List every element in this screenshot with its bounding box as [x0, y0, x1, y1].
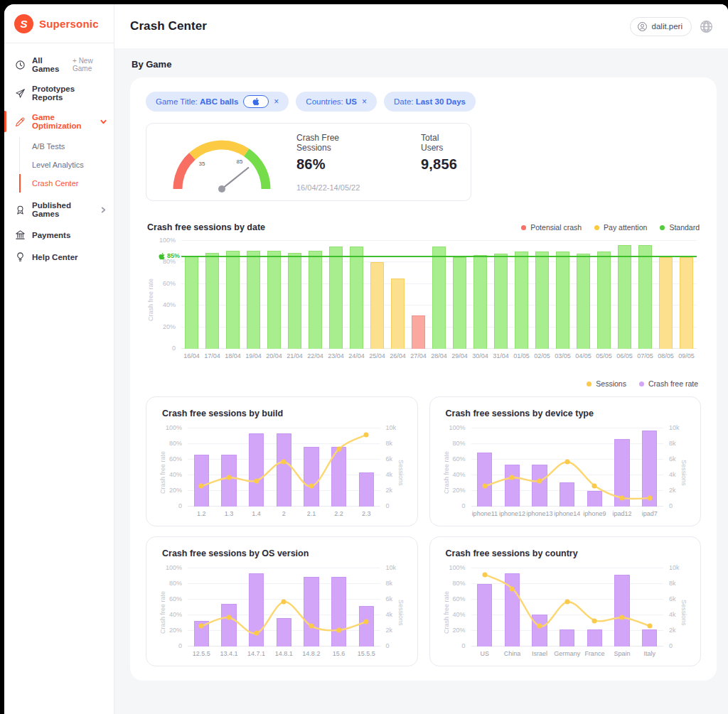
x-tick: ipad7	[636, 510, 663, 517]
sidebar-subitem-level-analytics[interactable]: Level Analytics	[19, 156, 114, 174]
y-tick: 60%	[452, 455, 465, 463]
x-tick: 04/05	[573, 352, 594, 359]
lightbulb-icon	[15, 251, 26, 262]
bar	[432, 247, 446, 349]
gauge-needle	[222, 168, 249, 190]
sessions-tick: 6k	[669, 455, 676, 463]
globe-icon	[699, 19, 714, 34]
user-name: dalit.peri	[652, 22, 682, 31]
y-tick: 0	[461, 642, 465, 649]
new-game-link[interactable]: + New Game	[73, 57, 107, 72]
sidebar-subitem-crash-center[interactable]: Crash Center	[19, 174, 114, 193]
legend-item: Sessions	[587, 379, 626, 388]
gauge-pivot	[218, 185, 225, 193]
bar	[329, 247, 343, 349]
sessions-tick: 2k	[669, 627, 676, 634]
pen-icon	[15, 117, 26, 127]
sessions-point	[226, 615, 231, 620]
x-tick: 06/05	[614, 352, 635, 359]
bar	[556, 251, 569, 349]
bar	[331, 447, 346, 507]
y-tick: 100%	[166, 424, 182, 431]
x-tick: 31/04	[491, 352, 511, 359]
sessions-point	[592, 484, 597, 489]
bar	[359, 472, 374, 507]
x-tick: Spain	[609, 650, 636, 657]
x-tick: 18/04	[223, 352, 243, 359]
x-tick: 03/05	[552, 352, 573, 359]
total-users-label: Total Users	[421, 133, 458, 153]
user-menu[interactable]: dalit.peri	[630, 17, 692, 36]
gauge-red-arc	[177, 156, 192, 189]
filter-chip-countries[interactable]: Countries: US ×	[296, 92, 377, 112]
sessions-point	[364, 432, 369, 437]
threshold-line	[181, 256, 697, 257]
bar	[532, 465, 547, 507]
by-device-card: Crash free sessions by device type Crash…	[429, 396, 702, 526]
brand-logo-icon: S	[14, 14, 33, 33]
content: By Game Game Title: ABC balls × Countrie…	[114, 48, 728, 714]
x-tick: iphone13	[526, 510, 554, 517]
section-title: By Game	[130, 48, 717, 77]
sessions-axis-label: Sessions	[680, 428, 687, 517]
summary-card: 35 85 Crash Free Sessions 86% 16/04/22-1…	[146, 123, 471, 201]
x-tick: 23/04	[326, 352, 346, 359]
language-button[interactable]	[699, 19, 714, 34]
sidebar-item-published-games[interactable]: Published Games	[4, 195, 114, 224]
page-title: Crash Center	[130, 19, 207, 33]
x-tick: 17/04	[202, 352, 223, 359]
filter-chip-game-title[interactable]: Game Title: ABC balls ×	[146, 92, 289, 112]
sessions-point	[282, 600, 287, 605]
sidebar-item-all-games[interactable]: All Games + New Game	[4, 50, 114, 79]
y-tick: 100%	[449, 424, 465, 431]
filter-label: Date:	[394, 97, 414, 106]
sessions-point	[254, 478, 259, 483]
sessions-axis-label: Sessions	[680, 568, 687, 657]
bar	[560, 482, 574, 507]
sidebar-subitem-ab-tests[interactable]: A/B Tests	[19, 137, 114, 156]
gauge-high-label: 85	[236, 158, 242, 165]
y-tick: 60%	[163, 280, 176, 287]
sessions-point	[537, 624, 542, 629]
by-country-chart: Crash free rate Sessions 020%40%60%80%10…	[441, 568, 690, 657]
x-tick: 21/04	[284, 352, 305, 359]
sessions-tick: 0	[669, 502, 673, 509]
filter-chip-date[interactable]: Date: Last 30 Days	[384, 92, 476, 112]
legend-dot-icon	[639, 382, 644, 386]
y-tick: 40%	[169, 611, 182, 618]
close-icon[interactable]: ×	[274, 97, 279, 106]
sessions-tick: 8k	[669, 580, 676, 587]
by-date-legend: Potensial crashPay attentionStandard	[521, 223, 700, 232]
sessions-tick: 4k	[386, 471, 393, 478]
x-tick: 08/05	[655, 352, 676, 359]
bar	[535, 251, 549, 349]
by-os-chart: Crash free rate Sessions 020%40%60%80%10…	[158, 568, 406, 657]
sidebar-item-payments[interactable]: Payments	[4, 224, 114, 246]
x-tick: 2	[270, 510, 298, 517]
sessions-tick: 10k	[669, 564, 680, 571]
sessions-tick: 4k	[669, 471, 676, 478]
bar	[249, 433, 264, 507]
bar	[477, 584, 492, 647]
bar	[587, 491, 602, 507]
sidebar-item-label: Published Games	[32, 201, 94, 218]
bar	[642, 629, 657, 647]
sidebar-item-game-optimization[interactable]: Game Optimization	[4, 107, 114, 136]
bar	[638, 245, 652, 349]
x-tick: 2.3	[353, 510, 380, 517]
bar	[288, 253, 301, 349]
bar	[205, 253, 219, 349]
sidebar-item-prototypes-reports[interactable]: Prototypes Reports	[4, 79, 114, 107]
by-build-card: Crash free sessions by build Crash free …	[146, 396, 418, 526]
sessions-point	[482, 572, 487, 577]
brand-logo[interactable]: S Supersonic	[4, 4, 114, 43]
sidebar-item-help-center[interactable]: Help Center	[4, 246, 114, 268]
sessions-point	[254, 631, 259, 636]
bar	[515, 251, 528, 349]
close-icon[interactable]: ×	[362, 97, 367, 106]
x-tick: Israel	[526, 650, 554, 657]
bar	[494, 254, 508, 349]
bar	[304, 447, 318, 507]
by-build-title: Crash free sessions by build	[162, 409, 406, 418]
bar	[577, 254, 590, 349]
